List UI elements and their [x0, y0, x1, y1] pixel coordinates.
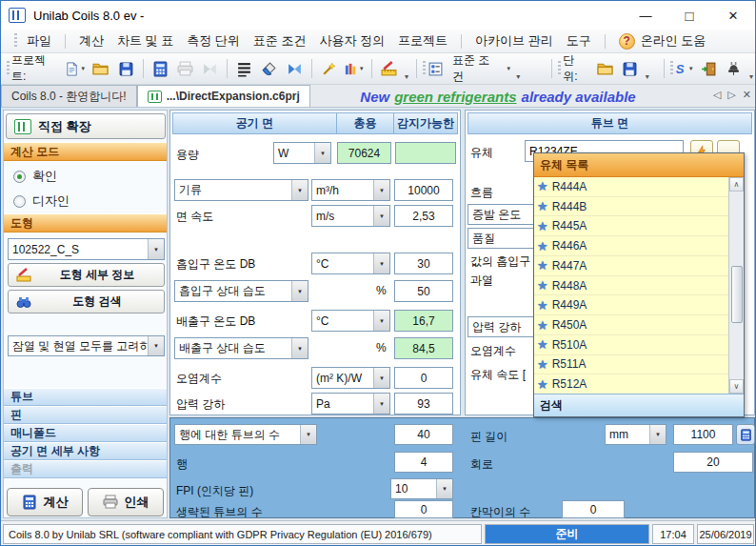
- fluid-list-item[interactable]: ★R449A: [534, 295, 728, 315]
- dropdown-arrow-icon[interactable]: ▼: [300, 425, 316, 444]
- menu-calculation[interactable]: 계산: [79, 32, 104, 50]
- dropdown-arrow-icon[interactable]: ▼: [291, 281, 308, 301]
- airflow-unit-select[interactable]: m³/h ▼: [311, 179, 390, 201]
- rows-field[interactable]: 4: [394, 452, 453, 473]
- standard-conditions-icon-button[interactable]: [425, 57, 447, 80]
- tab-scroll-right-icon[interactable]: ▷: [727, 89, 735, 101]
- menu-units[interactable]: 측정 단위: [187, 32, 240, 50]
- toolbar-overflow-icon[interactable]: ▾: [749, 72, 753, 84]
- menu-standard-conditions[interactable]: 표준 조건: [253, 32, 307, 50]
- outlet-rh-select[interactable]: 배출구 상대 습도 ▼: [174, 337, 308, 359]
- dropdown-arrow-icon[interactable]: ▼: [291, 180, 308, 200]
- dropdown-arrow-icon[interactable]: ▼: [373, 394, 389, 414]
- new-project-button[interactable]: ▼: [64, 57, 87, 80]
- capacity-unit-select[interactable]: W ▼: [273, 142, 331, 164]
- dropdown-arrow-icon[interactable]: ▼: [80, 66, 86, 71]
- radio-design[interactable]: 디자인: [13, 192, 70, 210]
- air-pressure-drop-unit-select[interactable]: Pa ▼: [311, 393, 390, 415]
- dropdown-arrow-icon[interactable]: ▼: [373, 180, 389, 200]
- standard-conditions-label[interactable]: 표준 조건: [452, 52, 499, 85]
- fluid-list-item[interactable]: ★R444B: [534, 197, 728, 217]
- dropdown-arrow-icon[interactable]: ▼: [359, 66, 365, 71]
- toolbar-overflow-icon[interactable]: ▾: [516, 72, 520, 84]
- geometry-select[interactable]: 102522_C_S ▼: [8, 238, 165, 260]
- dropdown-arrow-icon[interactable]: ▼: [373, 206, 389, 226]
- fluid-search-item[interactable]: 검색: [534, 394, 744, 416]
- fluid-list-item[interactable]: ★R445A: [534, 216, 728, 236]
- dropdown-arrow-icon[interactable]: ▼: [373, 311, 389, 331]
- fluid-list-item[interactable]: ★R444A: [534, 177, 728, 197]
- script-button[interactable]: S ▼: [672, 57, 695, 80]
- fluid-list-scrollbar[interactable]: ∧ ∨: [728, 177, 744, 394]
- coil-type-button[interactable]: 직접 확장: [6, 113, 166, 139]
- fpi-select[interactable]: 10 ▼: [390, 478, 453, 499]
- tab-project[interactable]: ...\DirectExpansion.c6prj: [137, 85, 310, 107]
- tube-pressure-drop-select[interactable]: 압력 강하: [468, 316, 538, 337]
- menu-custom[interactable]: 사용자 정의: [319, 32, 385, 50]
- menu-online-help[interactable]: 온라인 도움: [641, 32, 706, 50]
- face-velocity-field[interactable]: 2,53: [394, 205, 453, 227]
- outlet-temp-unit-select[interactable]: °C ▼: [311, 310, 390, 332]
- fluid-list-item[interactable]: ★R511A: [534, 355, 728, 375]
- air-pressure-drop-field[interactable]: 93: [394, 393, 453, 415]
- dropdown-arrow-icon[interactable]: ▼: [373, 253, 389, 273]
- dropdown-arrow-icon[interactable]: ▼: [148, 239, 164, 259]
- fouling-field[interactable]: 0: [394, 367, 453, 389]
- archive-charts-button[interactable]: ▼: [343, 57, 366, 80]
- circuits-field[interactable]: 20: [673, 452, 753, 473]
- inlet-rh-field[interactable]: 50: [394, 280, 453, 302]
- geometry-details-button[interactable]: 도형 세부 정보: [8, 263, 165, 287]
- fluid-list-item[interactable]: ★R512A: [534, 374, 728, 394]
- calculate-toolbar-button[interactable]: [149, 57, 171, 80]
- fin-length-field[interactable]: 1100: [673, 424, 733, 445]
- toolbar-overflow-icon[interactable]: ▾: [646, 72, 649, 84]
- news-link[interactable]: green refrigerants: [394, 89, 516, 105]
- sidebar-item-manifolds[interactable]: 매니폴드: [4, 424, 167, 442]
- tab-welcome[interactable]: Coils 8.0 - 환영합니다!: [1, 85, 137, 107]
- radio-selected-icon[interactable]: [13, 171, 26, 183]
- fluid-list-item[interactable]: ★R446A: [534, 236, 728, 256]
- menu-file[interactable]: 파일: [27, 32, 51, 50]
- inlet-temp-unit-select[interactable]: °C ▼: [311, 253, 390, 274]
- menu-charts-tables[interactable]: 차트 및 표: [117, 32, 173, 50]
- quality-select[interactable]: 품질: [468, 228, 538, 249]
- dropdown-arrow-icon[interactable]: ▼: [506, 66, 511, 71]
- scrollbar-thumb[interactable]: [731, 266, 743, 323]
- toolbar-overflow-icon[interactable]: ▾: [405, 72, 408, 84]
- sidebar-item-tubes[interactable]: 튜브: [4, 388, 167, 406]
- fluid-list-item[interactable]: ★R448A: [534, 276, 728, 296]
- close-button[interactable]: ✕: [711, 1, 755, 30]
- baffles-field[interactable]: 0: [562, 500, 625, 518]
- inlet-temp-field[interactable]: 30: [394, 253, 453, 274]
- menu-tools[interactable]: 도구: [567, 32, 591, 50]
- fluid-list-item[interactable]: ★R510A: [534, 335, 728, 355]
- omitted-tubes-field[interactable]: 0: [394, 500, 453, 518]
- butterfly-button[interactable]: [283, 57, 305, 80]
- heat-mode-select[interactable]: 잠열 및 현열 모두를 고려하 ▼: [8, 335, 165, 356]
- dropdown-arrow-icon[interactable]: ▼: [148, 336, 164, 355]
- scroll-down-icon[interactable]: ∨: [729, 379, 744, 394]
- menu-archive[interactable]: 아카이브 관리: [475, 32, 553, 50]
- dropdown-arrow-icon[interactable]: ▼: [688, 66, 694, 71]
- plug-button[interactable]: [723, 57, 745, 80]
- radio-unselected-icon[interactable]: [13, 195, 26, 208]
- fill-color-button[interactable]: [258, 57, 280, 80]
- exit-button[interactable]: [698, 57, 720, 80]
- fluid-list-item[interactable]: ★R450A: [534, 315, 728, 335]
- save-project-button[interactable]: [114, 57, 136, 80]
- tubes-per-row-field[interactable]: 40: [394, 424, 453, 445]
- fouling-unit-select[interactable]: (m² K)/W ▼: [311, 367, 390, 389]
- report-button[interactable]: [233, 57, 255, 80]
- print-button[interactable]: 인쇄: [88, 488, 164, 516]
- tab-close-icon[interactable]: ✕: [743, 89, 751, 101]
- scroll-up-icon[interactable]: ∧: [729, 177, 744, 192]
- face-velocity-unit-select[interactable]: m/s ▼: [311, 205, 390, 227]
- dropdown-arrow-icon[interactable]: ▼: [373, 368, 389, 388]
- tubes-per-row-select[interactable]: 행에 대한 튜브의 수 ▼: [174, 424, 317, 445]
- calculate-button[interactable]: 계산: [7, 488, 83, 516]
- wizard-button[interactable]: [318, 57, 340, 80]
- fluid-list-item[interactable]: ★R447A: [534, 256, 728, 276]
- menu-project[interactable]: 프로젝트: [398, 32, 448, 50]
- fin-length-unit-select[interactable]: mm ▼: [605, 424, 666, 445]
- dropdown-arrow-icon[interactable]: ▼: [291, 338, 308, 358]
